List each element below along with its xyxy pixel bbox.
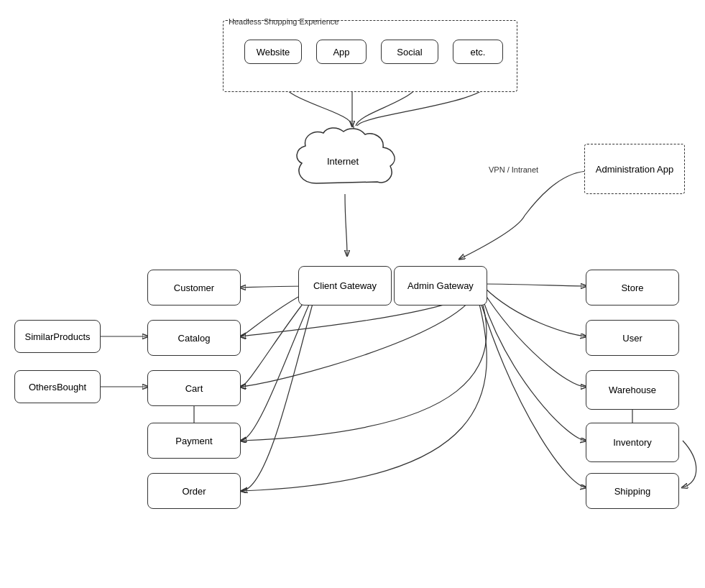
website-label: Website — [257, 47, 290, 58]
headless-label: Headless Shopping Experience — [229, 17, 339, 26]
architecture-diagram: Headless Shopping Experience Website App… — [0, 0, 705, 588]
cart-node: Cart — [147, 370, 241, 406]
customer-node: Customer — [147, 270, 241, 306]
payment-label: Payment — [175, 436, 212, 446]
warehouse-label: Warehouse — [609, 385, 656, 395]
website-node: Website — [244, 40, 302, 64]
inventory-node: Inventory — [586, 423, 679, 462]
admin-app-node: Administration App — [584, 144, 685, 194]
payment-node: Payment — [147, 423, 241, 459]
store-label: Store — [621, 282, 643, 293]
others-bought-node: OthersBought — [14, 370, 101, 403]
shipping-node: Shipping — [586, 473, 679, 509]
user-node: User — [586, 320, 679, 356]
store-node: Store — [586, 270, 679, 306]
order-label: Order — [182, 486, 206, 497]
catalog-node: Catalog — [147, 320, 241, 356]
admin-gateway-node: Admin Gateway — [394, 266, 487, 306]
shipping-label: Shipping — [614, 486, 651, 497]
internet-node: Internet — [287, 126, 410, 201]
client-gateway-label: Client Gateway — [313, 280, 377, 291]
warehouse-node: Warehouse — [586, 370, 679, 410]
user-label: User — [622, 333, 642, 344]
others-bought-label: OthersBought — [29, 382, 86, 392]
social-label: Social — [397, 47, 422, 58]
admin-app-label: Administration App — [596, 164, 673, 175]
vpn-label: VPN / Intranet — [489, 165, 538, 174]
etc-label: etc. — [471, 47, 486, 58]
app-label: App — [333, 47, 349, 58]
social-node: Social — [381, 40, 438, 64]
order-node: Order — [147, 473, 241, 509]
etc-node: etc. — [453, 40, 503, 64]
internet-label: Internet — [327, 156, 359, 167]
catalog-label: Catalog — [178, 333, 211, 344]
client-gateway-node: Client Gateway — [298, 266, 392, 306]
cart-label: Cart — [185, 383, 203, 394]
customer-label: Customer — [174, 282, 214, 293]
inventory-label: Inventory — [613, 437, 651, 448]
similar-products-node: SimilarProducts — [14, 320, 101, 353]
similar-products-label: SimilarProducts — [24, 331, 90, 342]
app-node: App — [316, 40, 367, 64]
admin-gateway-label: Admin Gateway — [407, 280, 474, 291]
